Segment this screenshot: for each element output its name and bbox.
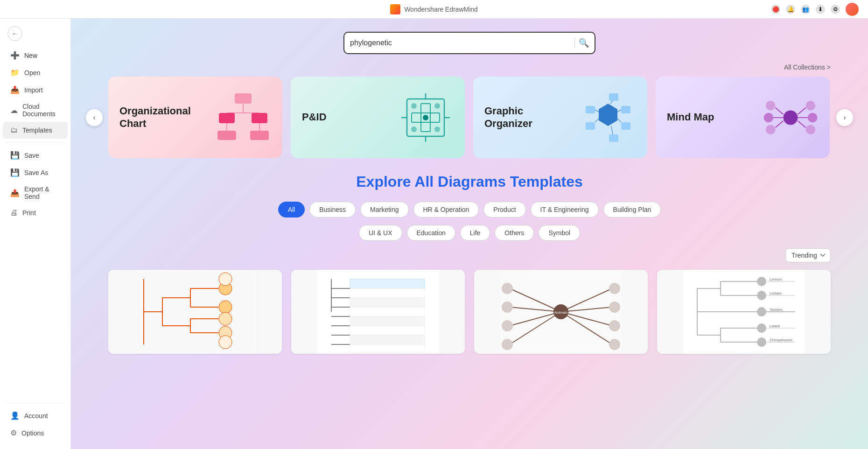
content-area: 🔍 All Collections > ‹ Organizational Cha… — [71, 19, 868, 449]
card-illustration-mind-map — [763, 87, 819, 148]
filter-business[interactable]: Business — [309, 202, 356, 217]
filter-others[interactable]: Others — [495, 225, 534, 241]
carousel-next-button[interactable]: › — [836, 109, 853, 126]
svg-rect-0 — [235, 93, 252, 104]
svg-rect-8 — [250, 131, 269, 140]
back-circle-icon: ← — [7, 26, 22, 41]
sidebar-item-open[interactable]: 📁 Open — [3, 64, 68, 81]
svg-rect-22 — [609, 93, 618, 101]
sort-select[interactable]: Trending Newest Popular — [785, 248, 831, 262]
template-card-4[interactable]: Lemurs Lorises Tarsiers Lizard Chimpanze… — [657, 270, 831, 354]
svg-rect-27 — [586, 122, 595, 130]
filter-hr[interactable]: HR & Operation — [413, 202, 479, 217]
svg-point-12 — [411, 103, 417, 109]
filter-building[interactable]: Building Plan — [603, 202, 661, 217]
template-card-1[interactable]: Millions of years ago — [108, 270, 282, 354]
all-collections-link[interactable]: All Collections > — [784, 63, 831, 71]
sidebar-item-account[interactable]: 👤 Account — [3, 407, 68, 424]
app-logo — [390, 4, 400, 14]
svg-point-35 — [766, 101, 776, 111]
svg-point-115 — [757, 291, 766, 300]
explore-section: Explore All Diagrams Templates All Busin… — [71, 173, 868, 372]
back-button[interactable]: ← — [0, 22, 70, 45]
templates-icon: 🗂 — [10, 126, 18, 134]
filter-product[interactable]: Product — [483, 202, 525, 217]
sidebar-label-new: New — [24, 52, 37, 59]
sidebar-item-save-as[interactable]: 💾 Save As — [3, 164, 68, 181]
svg-point-39 — [808, 112, 818, 122]
filter-symbol[interactable]: Symbol — [539, 225, 580, 241]
sidebar: ← ➕ New 📁 Open 📥 Import ☁ Cloud Document… — [0, 19, 71, 449]
top-bar-actions: 🔴 🔔 👥 ⬇ ⚙ — [771, 3, 859, 16]
svg-line-32 — [595, 110, 599, 112]
carousel-card-pid[interactable]: P&ID — [291, 77, 465, 158]
sidebar-label-export: Export & Send — [24, 185, 60, 200]
app-title-area: Wondershare EdrawMind — [390, 4, 478, 14]
svg-line-28 — [610, 101, 613, 104]
avatar[interactable] — [846, 3, 859, 16]
sidebar-label-save: Save — [24, 152, 39, 159]
filter-education[interactable]: Education — [407, 225, 455, 241]
svg-rect-75 — [350, 279, 425, 288]
filter-ui[interactable]: UI & UX — [359, 225, 402, 241]
svg-line-33 — [595, 119, 599, 122]
template-thumb-3: Animals — [474, 270, 648, 354]
template-grid: Millions of years ago — [108, 270, 831, 372]
sidebar-label-options: Options — [21, 429, 44, 437]
carousel-card-mind-map[interactable]: Mind Map — [656, 77, 830, 158]
main-layout: ← ➕ New 📁 Open 📥 Import ☁ Cloud Document… — [0, 19, 868, 449]
svg-line-29 — [617, 110, 621, 112]
svg-rect-4 — [252, 113, 267, 123]
sidebar-item-export[interactable]: 📤 Export & Send — [3, 181, 68, 204]
svg-point-98 — [609, 320, 620, 331]
sidebar-label-templates: Templates — [22, 126, 52, 134]
svg-rect-26 — [586, 106, 595, 113]
settings-icon[interactable]: ⚙ — [831, 5, 840, 14]
svg-text:Lizard: Lizard — [770, 324, 780, 328]
filter-life[interactable]: Life — [460, 225, 490, 241]
sidebar-item-options[interactable]: ⚙ Options — [3, 424, 68, 442]
svg-point-60 — [219, 301, 232, 314]
sort-row: Trending Newest Popular — [108, 248, 831, 262]
svg-point-13 — [434, 103, 440, 109]
search-input[interactable] — [350, 39, 571, 47]
explore-title: Explore All Diagrams Templates — [108, 173, 831, 190]
carousel-card-org-chart[interactable]: Organizational Chart — [108, 77, 282, 158]
svg-line-44 — [798, 107, 805, 114]
carousel-prev-button[interactable]: ‹ — [86, 109, 103, 126]
search-button[interactable]: 🔍 — [579, 38, 589, 48]
carousel-card-graphic-organizer[interactable]: Graphic Organizer — [473, 77, 647, 158]
template-card-3[interactable]: Animals — [474, 270, 648, 354]
search-divider — [574, 37, 575, 49]
sidebar-item-import[interactable]: 📥 Import — [3, 81, 68, 98]
svg-line-41 — [775, 107, 783, 114]
filter-marketing[interactable]: Marketing — [360, 202, 408, 217]
sidebar-item-print[interactable]: 🖨 Print — [3, 204, 68, 221]
notification-icon[interactable]: 🔔 — [786, 5, 795, 14]
download-icon[interactable]: ⬇ — [816, 5, 825, 14]
open-icon: 📁 — [10, 68, 20, 77]
svg-rect-82 — [350, 344, 425, 353]
svg-point-95 — [502, 339, 513, 350]
top-bar: Wondershare EdrawMind 🔴 🔔 👥 ⬇ ⚙ — [0, 0, 868, 19]
template-card-2[interactable] — [291, 270, 465, 354]
svg-line-43 — [775, 120, 783, 127]
template-thumb-2 — [291, 270, 465, 354]
sidebar-item-templates[interactable]: 🗂 Templates — [3, 122, 68, 139]
svg-rect-24 — [621, 122, 630, 130]
svg-rect-7 — [217, 131, 236, 140]
team-icon[interactable]: 👥 — [801, 5, 810, 14]
explore-title-plain: Explore — [356, 173, 411, 190]
filter-tags: All Business Marketing HR & Operation Pr… — [108, 202, 831, 217]
save-icon: 💾 — [10, 151, 20, 160]
carousel-track: Organizational Chart — [108, 77, 831, 158]
svg-point-15 — [434, 126, 440, 132]
filter-all[interactable]: All — [278, 202, 305, 217]
sidebar-item-save[interactable]: 💾 Save — [3, 147, 68, 164]
svg-point-96 — [609, 283, 620, 294]
svg-point-99 — [609, 339, 620, 350]
sidebar-item-new[interactable]: ➕ New — [3, 47, 68, 64]
filter-it[interactable]: IT & Engineering — [531, 202, 599, 217]
sidebar-item-cloud[interactable]: ☁ Cloud Documents — [3, 98, 68, 122]
alert-icon[interactable]: 🔴 — [771, 5, 780, 14]
